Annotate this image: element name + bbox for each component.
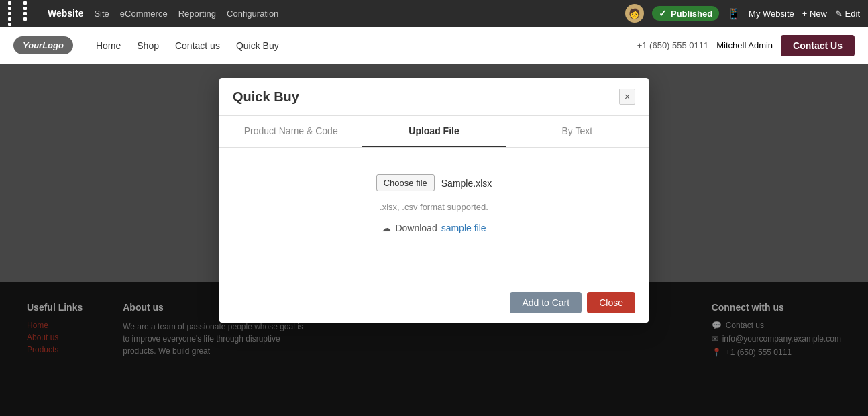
nav-home[interactable]: Home <box>96 40 121 51</box>
download-label: Download <box>395 223 437 233</box>
admin-user-name[interactable]: Mitchell Admin <box>716 40 773 50</box>
nav-quick-buy[interactable]: Quick Buy <box>236 40 279 51</box>
published-badge[interactable]: ✓ Published <box>652 6 719 21</box>
download-section: ☁ Download sample file <box>382 223 486 233</box>
nav-shop[interactable]: Shop <box>137 40 159 51</box>
admin-nav-ecommerce[interactable]: eCommerce <box>120 9 168 19</box>
apps-icon[interactable] <box>8 1 37 26</box>
quick-buy-modal: Quick Buy × Product Name & Code Upload F… <box>219 78 649 323</box>
user-avatar: 🧑 <box>625 4 644 23</box>
site-name[interactable]: Website <box>48 8 83 19</box>
check-icon: ✓ <box>659 8 667 19</box>
tab-product-name-code[interactable]: Product Name & Code <box>219 116 362 147</box>
new-button[interactable]: + New <box>802 9 827 19</box>
admin-nav-reporting[interactable]: Reporting <box>178 9 216 19</box>
admin-nav-site[interactable]: Site <box>94 9 109 19</box>
published-label: Published <box>671 9 712 19</box>
edit-button[interactable]: ✎ Edit <box>835 9 860 19</box>
file-input-row: Choose file Sample.xlsx <box>376 174 492 191</box>
tab-by-text[interactable]: By Text <box>506 116 649 147</box>
choose-file-button[interactable]: Choose file <box>376 174 435 191</box>
modal-close-button[interactable]: × <box>619 89 635 105</box>
website-nav: YourLogo Home Shop Contact us Quick Buy … <box>0 27 868 64</box>
modal-footer: Add to Cart Close <box>219 282 649 323</box>
page-background: Useful Links Home About us Products Abou… <box>0 64 868 416</box>
modal-header: Quick Buy × <box>219 78 649 116</box>
contact-us-button[interactable]: Contact Us <box>781 35 855 56</box>
close-button[interactable]: Close <box>587 292 635 313</box>
my-website-link[interactable]: My Website <box>749 9 794 19</box>
modal-overlay: Quick Buy × Product Name & Code Upload F… <box>0 64 868 416</box>
mobile-icon[interactable]: 📱 <box>727 7 741 20</box>
modal-tabs: Product Name & Code Upload File By Text <box>219 116 649 148</box>
file-format-hint: .xlsx, .csv format supported. <box>380 202 488 212</box>
modal-body: Choose file Sample.xlsx .xlsx, .csv form… <box>219 148 649 282</box>
tab-upload-file[interactable]: Upload File <box>362 116 505 147</box>
file-name: Sample.xlsx <box>441 178 492 189</box>
admin-bar: Website Site eCommerce Reporting Configu… <box>0 0 868 27</box>
admin-nav-configuration[interactable]: Configuration <box>227 9 278 19</box>
nav-contact[interactable]: Contact us <box>175 40 220 51</box>
modal-title: Quick Buy <box>233 89 299 105</box>
download-icon: ☁ <box>382 223 391 233</box>
site-logo[interactable]: YourLogo <box>13 36 73 54</box>
phone-number: +1 (650) 555 0111 <box>637 40 709 50</box>
add-to-cart-button[interactable]: Add to Cart <box>510 292 582 313</box>
sample-file-link[interactable]: sample file <box>441 223 486 233</box>
